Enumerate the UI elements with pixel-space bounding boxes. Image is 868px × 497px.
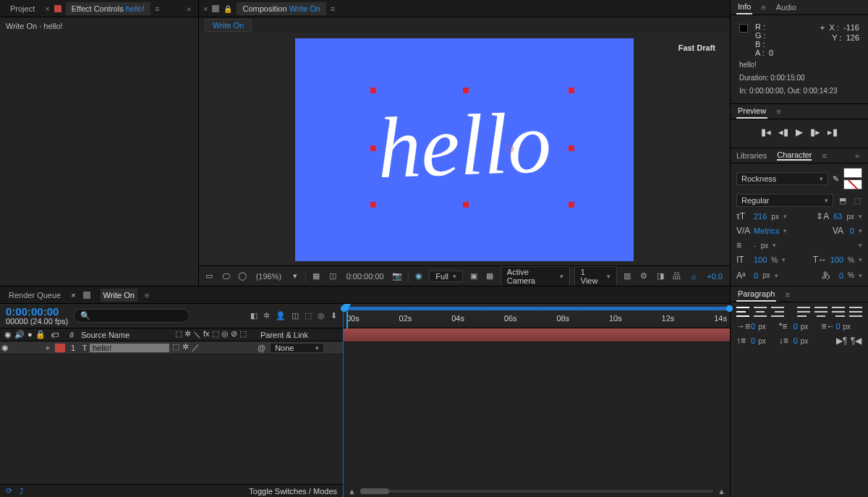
zoom-out-icon[interactable]: ▲: [348, 487, 356, 496]
align-right-button[interactable]: [771, 307, 784, 317]
parent-column[interactable]: Parent & Link: [258, 331, 343, 339]
layer-switches[interactable]: ⬚✲／: [169, 342, 255, 353]
justify-last-center-button[interactable]: [814, 307, 827, 317]
info-tab[interactable]: Info: [736, 0, 752, 14]
shy-icon[interactable]: 👤: [276, 311, 286, 320]
exposure-value[interactable]: +0.0: [704, 272, 726, 281]
hscale-value[interactable]: 100: [830, 255, 843, 264]
eyedropper-icon[interactable]: ✎: [833, 174, 839, 184]
panel-menu-icon[interactable]: ≡: [145, 291, 149, 300]
caret-icon[interactable]: ▾: [859, 213, 862, 220]
effect-controls-layer[interactable]: hello!: [126, 4, 145, 13]
resolution-dropdown[interactable]: Full▾: [429, 271, 463, 282]
toggle-switch-icon[interactable]: ⟳: [6, 486, 12, 496]
direction-rtl-icon[interactable]: ¶◀: [851, 336, 862, 346]
bbox-handle[interactable]: [370, 88, 376, 93]
stroke-swatch[interactable]: [843, 179, 862, 190]
grid-icon[interactable]: ▦: [310, 270, 323, 283]
toggle-switches-button[interactable]: Toggle Switches / Modes: [249, 487, 337, 496]
lock-icon[interactable]: [224, 4, 232, 13]
preview-tab[interactable]: Preview: [736, 104, 767, 119]
tracking-value[interactable]: 0: [850, 226, 854, 235]
draft3d-icon[interactable]: ✲: [263, 311, 270, 320]
kerning-value[interactable]: Metrics: [754, 226, 779, 235]
fast-preview-icon[interactable]: ⚙: [638, 270, 650, 283]
transparency-grid-icon[interactable]: ▦: [484, 270, 496, 283]
search-field[interactable]: [95, 312, 183, 320]
justify-last-left-button[interactable]: [797, 307, 810, 317]
caret-icon[interactable]: ▾: [859, 227, 862, 234]
audio-tab[interactable]: Audio: [775, 1, 798, 14]
first-frame-button[interactable]: ▮◂: [761, 127, 771, 137]
layer-bar[interactable]: [344, 328, 730, 341]
close-icon[interactable]: ×: [71, 291, 75, 300]
panel-menu-icon[interactable]: ≡: [155, 4, 159, 13]
caret-icon[interactable]: ▾: [782, 256, 786, 263]
direction-ltr-icon[interactable]: ▶¶: [836, 336, 848, 346]
swap-colors-icon[interactable]: ⬒: [838, 194, 848, 207]
pickwhip-icon[interactable]: @: [258, 344, 265, 352]
snapshot-icon[interactable]: 📷: [391, 270, 404, 283]
close-icon[interactable]: ×: [203, 4, 208, 13]
comp-breadcrumb-item[interactable]: Write On: [205, 19, 252, 32]
panel-menu-icon[interactable]: ≡: [822, 151, 826, 160]
caret-icon[interactable]: ▾: [783, 227, 787, 234]
overflow-icon[interactable]: »: [184, 4, 194, 13]
panel-menu-icon[interactable]: ≡: [761, 3, 765, 12]
monitor-icon[interactable]: 🖵: [220, 270, 232, 283]
layer-name[interactable]: hello!: [90, 344, 169, 352]
zoom-in-icon[interactable]: ▲: [718, 487, 726, 496]
work-area-bar[interactable]: [344, 307, 730, 310]
indent-left-value[interactable]: 0: [751, 322, 755, 331]
time-ruler[interactable]: 00s02s04s06s08s10s12s14s: [344, 304, 730, 328]
space-before-value[interactable]: 0: [751, 336, 755, 345]
prev-frame-button[interactable]: ◂▮: [778, 127, 788, 137]
caret-icon[interactable]: ▾: [859, 242, 862, 249]
caret-icon[interactable]: ▾: [859, 256, 862, 263]
pixel-aspect-icon[interactable]: ▥: [621, 270, 634, 283]
anchor-point[interactable]: [506, 145, 514, 153]
take-snapshot-icon[interactable]: ▭: [203, 270, 216, 283]
zoom-level[interactable]: (196%): [253, 272, 284, 281]
indent-firstline-value[interactable]: 0: [793, 322, 798, 331]
timeline-icon[interactable]: ◨: [655, 270, 667, 283]
caret-icon[interactable]: ▾: [859, 272, 862, 279]
bbox-handle[interactable]: [569, 145, 574, 151]
panel-menu-icon[interactable]: ≡: [785, 290, 789, 299]
exposure-reset-icon[interactable]: ☼: [687, 270, 699, 283]
label-col-icon[interactable]: 🏷: [51, 331, 59, 339]
timeline-comp-tab[interactable]: Write On: [101, 289, 137, 302]
guides-icon[interactable]: ◫: [327, 270, 339, 283]
no-stroke-icon[interactable]: ⬚: [852, 194, 862, 207]
fill-stroke-swatch[interactable]: [843, 168, 862, 190]
fill-swatch[interactable]: [843, 168, 862, 178]
leading-value[interactable]: 63: [833, 212, 842, 221]
render-queue-tab[interactable]: Render Queue: [6, 289, 64, 302]
zoom-slider[interactable]: [360, 490, 713, 493]
zoom-handle[interactable]: [360, 488, 389, 494]
roi-icon[interactable]: ▣: [467, 270, 480, 283]
current-time[interactable]: 0:00:00:00: [344, 272, 387, 281]
parent-dropdown[interactable]: None▾: [270, 343, 324, 353]
justify-last-right-button[interactable]: [832, 307, 845, 317]
audio-col-icon[interactable]: 🔊: [14, 330, 25, 339]
camera-dropdown[interactable]: Active Camera▾: [501, 266, 570, 286]
current-timecode[interactable]: 0:00:00:00: [6, 307, 68, 317]
layer-label-color[interactable]: [55, 344, 65, 352]
caret-icon[interactable]: ▾: [773, 242, 776, 249]
text-layer-preview[interactable]: hello: [376, 92, 553, 197]
indent-right-value[interactable]: 0: [835, 322, 840, 331]
toggle-switch-icon[interactable]: ⤴: [20, 487, 24, 496]
font-family-dropdown[interactable]: Rockness▾: [736, 172, 828, 185]
twirl-icon[interactable]: ▸: [43, 343, 54, 352]
play-button[interactable]: ▶: [796, 127, 803, 137]
libraries-tab[interactable]: Libraries: [736, 151, 767, 160]
motion-blur-icon[interactable]: ⬚: [305, 311, 312, 320]
caret-icon[interactable]: ▾: [775, 272, 778, 279]
comp-name[interactable]: Write On: [289, 4, 320, 13]
composition-viewer[interactable]: Fast Draft hello: [199, 33, 730, 266]
bbox-handle[interactable]: [370, 202, 376, 208]
frame-blend-icon[interactable]: ◫: [292, 311, 299, 320]
justify-all-button[interactable]: [849, 307, 862, 317]
brainstorm-icon[interactable]: ⬇: [331, 311, 337, 320]
